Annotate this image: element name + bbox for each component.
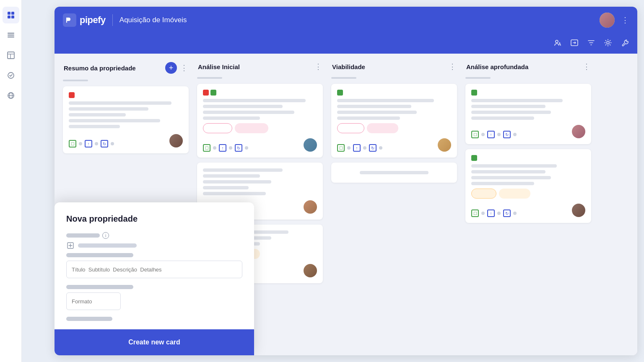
sidebar-item-globe[interactable] (3, 87, 19, 104)
svg-rect-1 (11, 12, 14, 15)
tag-green (471, 155, 477, 161)
footer-icon-sync[interactable]: ↻ (235, 144, 242, 152)
card-line (337, 111, 417, 114)
footer-dot (363, 146, 366, 150)
footer-icon-check[interactable]: ☐ (337, 144, 345, 152)
card-footer: ☐ ↑ ↻ (471, 209, 585, 217)
card-aprofundada-2: ☐ ↑ ↻ (465, 149, 591, 223)
footer-icon-sync[interactable]: ↻ (369, 144, 377, 152)
column-header-resumo: Resumo da propriedade + ⋮ (63, 62, 189, 74)
form-secondary-label (66, 253, 133, 257)
card-tags (471, 90, 585, 96)
create-card-modal: Nova propriedade i (55, 202, 254, 355)
card-line (203, 174, 260, 178)
footer-icon-upload[interactable]: ↑ (85, 140, 92, 147)
card-line (69, 125, 120, 128)
form-attach (66, 241, 242, 250)
tag-green (210, 90, 216, 96)
attach-icon[interactable] (66, 241, 75, 250)
card-line (203, 192, 266, 195)
footer-dot (229, 146, 232, 150)
card-line (203, 116, 260, 120)
column-add-btn-resumo[interactable]: + (165, 62, 177, 74)
modal-title: Nova propriedade (66, 214, 242, 224)
svg-rect-3 (11, 16, 14, 18)
sidebar-item-grid[interactable] (3, 7, 19, 23)
tag-red (69, 92, 75, 98)
app-logo: pipefy (63, 13, 106, 27)
form-label-2 (66, 285, 133, 289)
svg-point-17 (607, 41, 609, 44)
column-viabilidade: Viabilidade ⋮ ☐ (331, 62, 457, 347)
footer-dot (497, 212, 501, 215)
card-badges (337, 123, 451, 133)
header-title: Aquisição de Imóveis (119, 16, 187, 24)
card-line (471, 105, 545, 108)
toolbar-settings-icon[interactable] (604, 39, 612, 49)
header-more-icon[interactable]: ⋮ (621, 16, 629, 25)
card-avatar (169, 134, 183, 147)
tag-green (337, 90, 343, 96)
column-menu-resumo[interactable]: ⋮ (180, 63, 188, 72)
footer-icon-upload[interactable]: ↑ (353, 144, 361, 152)
footer-dot (111, 142, 114, 145)
svg-rect-7 (8, 52, 14, 59)
form-input-title[interactable] (66, 261, 242, 278)
footer-dot (513, 133, 517, 136)
column-title-resumo: Resumo da propriedade (64, 65, 162, 72)
footer-icon-check[interactable]: ☐ (203, 144, 210, 152)
sidebar-item-automation[interactable] (3, 67, 19, 84)
card-badges (203, 123, 317, 133)
footer-icon-sync[interactable]: ↻ (503, 131, 511, 138)
form-bottom-label (66, 317, 112, 321)
footer-icon-sync[interactable]: ↻ (503, 209, 511, 217)
footer-dot (481, 212, 485, 215)
footer-icon-upload[interactable]: ↑ (487, 131, 495, 138)
user-avatar[interactable] (600, 13, 615, 28)
card-line (69, 101, 171, 105)
create-card-button-label: Create new card (128, 339, 180, 346)
sidebar-item-table[interactable] (3, 47, 19, 64)
card-line (471, 164, 557, 168)
card-avatar (304, 264, 317, 277)
card-tags (337, 90, 451, 96)
toolbar-enter-icon[interactable] (570, 39, 579, 49)
card-tags (471, 155, 585, 161)
card-badges (471, 189, 585, 199)
main-window: pipefy Aquisição de Imóveis ⋮ (55, 7, 637, 355)
column-title-viabilidade: Viabilidade (332, 63, 445, 70)
column-menu-aprofundada[interactable]: ⋮ (583, 62, 590, 71)
column-menu-analise[interactable]: ⋮ (314, 62, 322, 71)
sidebar-item-list[interactable] (3, 27, 19, 44)
footer-icon-check[interactable]: ☐ (471, 131, 479, 138)
toolbar-filter-icon[interactable] (587, 39, 595, 49)
column-header-viabilidade: Viabilidade ⋮ (331, 62, 457, 71)
toolbar-users-icon[interactable] (553, 39, 562, 49)
footer-dot (245, 146, 248, 150)
footer-icon-upload[interactable]: ↑ (219, 144, 226, 152)
footer-icon-check[interactable]: ☐ (471, 209, 479, 217)
footer-dot (79, 142, 82, 145)
modal-footer[interactable]: Create new card (55, 329, 254, 355)
form-input-format[interactable] (66, 292, 121, 310)
svg-rect-2 (8, 16, 10, 18)
toolbar-wrench-icon[interactable] (621, 39, 629, 49)
card-line (203, 180, 271, 184)
column-title-analise: Análise Inicial (198, 63, 311, 70)
footer-dot (213, 146, 216, 150)
card-line (337, 99, 434, 102)
column-progress-analise (197, 77, 222, 79)
footer-dot (379, 146, 382, 150)
svg-rect-0 (8, 12, 10, 15)
form-label-1 (66, 233, 100, 238)
logo-text: pipefy (80, 15, 106, 26)
footer-icon-upload[interactable]: ↑ (487, 209, 495, 217)
card-line (69, 119, 160, 122)
toolbar (55, 34, 637, 54)
column-menu-viabilidade[interactable]: ⋮ (449, 62, 456, 71)
footer-dot (347, 146, 351, 150)
card-footer: ☐ ↑ ↻ (471, 131, 585, 138)
footer-icon-check[interactable]: ☐ (69, 140, 76, 147)
footer-icon-sync[interactable]: ↻ (101, 140, 108, 147)
footer-dot (513, 212, 517, 215)
